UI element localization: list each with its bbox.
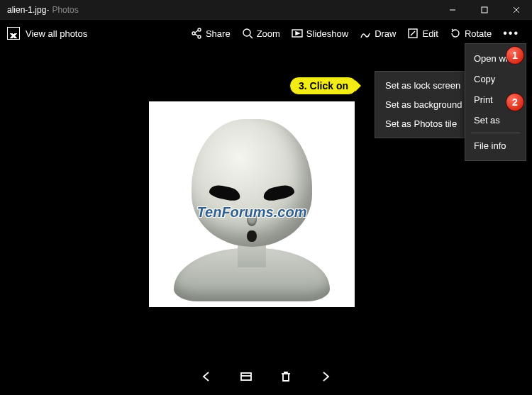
window-titlebar: alien-1.jpg - Photos <box>0 0 532 20</box>
edit-icon <box>407 28 419 39</box>
view-all-photos-button[interactable]: View all photos <box>7 27 87 40</box>
step-badge-1: 1 <box>506 47 523 64</box>
svg-rect-1 <box>482 7 487 13</box>
slideshow-label: Slideshow <box>306 28 348 39</box>
minimize-button[interactable] <box>436 0 468 20</box>
rotate-icon <box>450 28 461 39</box>
svg-line-8 <box>195 34 198 36</box>
photos-icon <box>7 27 20 40</box>
svg-point-4 <box>198 28 201 31</box>
arrow-right-icon <box>318 369 333 384</box>
set-as-lock-screen-item[interactable]: Set as lock screen <box>375 76 467 95</box>
set-as-photos-tile-item[interactable]: Set as Photos tile <box>375 114 467 133</box>
previous-button[interactable] <box>199 369 214 384</box>
more-options-button[interactable]: ••• <box>497 24 525 43</box>
svg-point-9 <box>243 29 250 36</box>
share-icon <box>191 28 202 39</box>
titlebar-appname: Photos <box>52 5 78 15</box>
zoom-label: Zoom <box>257 28 280 39</box>
alien-mouth <box>247 230 257 242</box>
view-all-label: View all photos <box>26 28 87 39</box>
svg-line-10 <box>250 35 253 38</box>
bottom-controls <box>0 364 532 389</box>
svg-point-5 <box>192 32 195 35</box>
step-badge-2: 2 <box>506 94 523 111</box>
slideshow-button[interactable]: Slideshow <box>286 25 354 42</box>
zoom-button[interactable]: Zoom <box>236 25 286 42</box>
svg-marker-12 <box>296 32 299 35</box>
edit-button[interactable]: Edit <box>401 25 443 42</box>
window-controls <box>436 0 532 20</box>
set-as-label: Set as <box>474 115 500 126</box>
draw-label: Draw <box>375 28 396 39</box>
set-as-submenu: Set as lock screen Set as background Set… <box>375 71 468 138</box>
svg-point-6 <box>198 35 201 38</box>
app-toolbar: View all photos Share Zoom Slideshow Dra… <box>0 20 532 47</box>
svg-line-7 <box>195 30 198 33</box>
titlebar-filename: alien-1.jpg <box>7 5 46 15</box>
arrow-left-icon <box>199 369 214 384</box>
titlebar-separator: - <box>46 5 49 15</box>
more-icon: ••• <box>503 27 519 39</box>
svg-rect-14 <box>241 373 251 380</box>
watermark-text: TenForums.com <box>149 204 355 221</box>
rotate-label: Rotate <box>465 28 492 39</box>
share-label: Share <box>206 28 231 39</box>
alien-head-shape <box>192 119 312 247</box>
draw-button[interactable]: Draw <box>354 25 401 42</box>
menu-separator <box>471 133 520 133</box>
instruction-callout: 3. Click on <box>289 77 358 95</box>
collection-icon <box>239 369 253 384</box>
trash-icon <box>279 369 293 384</box>
maximize-button[interactable] <box>468 0 500 20</box>
close-button[interactable] <box>500 0 532 20</box>
callout-bubble: 3. Click on <box>289 77 358 95</box>
rotate-button[interactable]: Rotate <box>444 25 497 42</box>
delete-button[interactable] <box>278 369 294 384</box>
edit-label: Edit <box>422 28 438 39</box>
set-as-item[interactable]: Set as <box>465 110 526 130</box>
zoom-icon <box>242 28 253 39</box>
photo-content[interactable]: TenForums.com <box>149 101 355 307</box>
slideshow-icon <box>292 28 303 39</box>
draw-icon <box>360 28 371 39</box>
share-button[interactable]: Share <box>185 25 236 42</box>
copy-item[interactable]: Copy <box>465 69 526 89</box>
next-button[interactable] <box>318 369 333 384</box>
set-as-background-item[interactable]: Set as background <box>375 95 467 114</box>
collection-button[interactable] <box>238 369 254 384</box>
file-info-item[interactable]: File info <box>465 135 526 156</box>
